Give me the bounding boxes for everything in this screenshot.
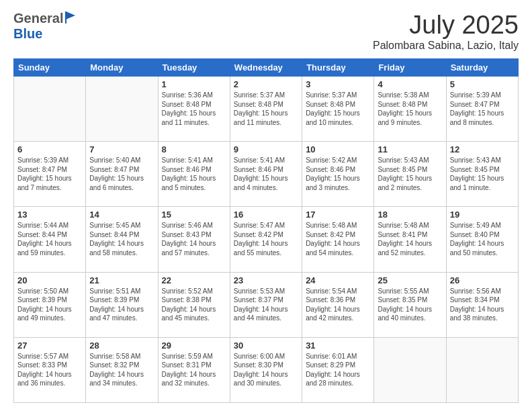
day-number: 4 [378,79,442,89]
day-number: 5 [450,79,515,89]
calendar-cell: 13Sunrise: 5:44 AM Sunset: 8:44 PM Dayli… [14,207,86,272]
calendar-cell: 25Sunrise: 5:55 AM Sunset: 8:35 PM Dayli… [374,272,446,337]
day-info: Sunrise: 5:55 AM Sunset: 8:35 PM Dayligh… [378,287,442,323]
day-info: Sunrise: 5:58 AM Sunset: 8:32 PM Dayligh… [89,352,154,388]
calendar-cell: 17Sunrise: 5:48 AM Sunset: 8:42 PM Dayli… [302,207,374,272]
day-number: 23 [234,275,298,285]
logo: General Blue [13,11,77,42]
day-number: 19 [450,210,515,220]
day-info: Sunrise: 5:46 AM Sunset: 8:43 PM Dayligh… [162,221,226,257]
day-info: Sunrise: 5:50 AM Sunset: 8:39 PM Dayligh… [17,287,82,323]
day-info: Sunrise: 5:39 AM Sunset: 8:47 PM Dayligh… [450,91,515,127]
calendar-cell: 21Sunrise: 5:51 AM Sunset: 8:39 PM Dayli… [86,272,158,337]
header-saturday: Saturday [446,59,518,77]
calendar-week-5: 27Sunrise: 5:57 AM Sunset: 8:33 PM Dayli… [14,337,519,402]
day-number: 30 [234,340,298,351]
calendar-cell: 5Sunrise: 5:39 AM Sunset: 8:47 PM Daylig… [446,77,518,142]
calendar-cell: 2Sunrise: 5:37 AM Sunset: 8:48 PM Daylig… [230,77,302,142]
calendar-cell [86,77,158,142]
logo-general: General [13,11,63,26]
day-info: Sunrise: 5:37 AM Sunset: 8:48 PM Dayligh… [306,91,370,127]
day-info: Sunrise: 5:53 AM Sunset: 8:37 PM Dayligh… [234,287,298,323]
logo-blue: Blue [13,26,42,42]
day-number: 11 [378,144,442,154]
day-number: 2 [234,79,298,89]
day-info: Sunrise: 5:37 AM Sunset: 8:48 PM Dayligh… [234,91,298,127]
day-number: 20 [17,275,82,285]
day-number: 17 [306,210,370,220]
day-number: 14 [89,210,154,220]
day-info: Sunrise: 5:44 AM Sunset: 8:44 PM Dayligh… [17,221,82,257]
calendar-cell: 28Sunrise: 5:58 AM Sunset: 8:32 PM Dayli… [86,337,158,402]
calendar-week-1: 1Sunrise: 5:36 AM Sunset: 8:48 PM Daylig… [14,77,519,142]
calendar-week-2: 6Sunrise: 5:39 AM Sunset: 8:47 PM Daylig… [14,142,519,207]
calendar-cell: 22Sunrise: 5:52 AM Sunset: 8:38 PM Dayli… [158,272,230,337]
day-number: 24 [306,275,370,285]
page: General Blue July 2025 Palombara Sabina,… [0,0,532,411]
day-info: Sunrise: 5:54 AM Sunset: 8:36 PM Dayligh… [306,287,370,323]
day-number: 1 [162,79,226,89]
day-info: Sunrise: 5:36 AM Sunset: 8:48 PM Dayligh… [162,91,226,127]
day-info: Sunrise: 5:40 AM Sunset: 8:47 PM Dayligh… [89,156,154,192]
calendar-cell: 23Sunrise: 5:53 AM Sunset: 8:37 PM Dayli… [230,272,302,337]
day-info: Sunrise: 5:42 AM Sunset: 8:46 PM Dayligh… [306,156,370,192]
day-info: Sunrise: 5:51 AM Sunset: 8:39 PM Dayligh… [89,287,154,323]
day-number: 8 [162,144,226,154]
calendar-cell: 20Sunrise: 5:50 AM Sunset: 8:39 PM Dayli… [14,272,86,337]
day-info: Sunrise: 5:43 AM Sunset: 8:45 PM Dayligh… [450,156,515,192]
day-number: 28 [89,340,154,351]
calendar-cell: 26Sunrise: 5:56 AM Sunset: 8:34 PM Dayli… [446,272,518,337]
calendar-cell [446,337,518,402]
calendar-cell: 7Sunrise: 5:40 AM Sunset: 8:47 PM Daylig… [86,142,158,207]
day-number: 16 [234,210,298,220]
header: General Blue July 2025 Palombara Sabina,… [13,11,519,52]
day-number: 15 [162,210,226,220]
calendar-cell: 31Sunrise: 6:01 AM Sunset: 8:29 PM Dayli… [302,337,374,402]
day-number: 12 [450,144,515,154]
day-info: Sunrise: 5:59 AM Sunset: 8:31 PM Dayligh… [162,352,226,388]
header-thursday: Thursday [302,59,374,77]
day-number: 6 [17,144,82,154]
day-info: Sunrise: 6:01 AM Sunset: 8:29 PM Dayligh… [306,352,370,388]
day-number: 27 [17,340,82,351]
weekday-header-row: Sunday Monday Tuesday Wednesday Thursday… [14,59,519,77]
header-wednesday: Wednesday [230,59,302,77]
day-info: Sunrise: 5:48 AM Sunset: 8:42 PM Dayligh… [306,221,370,257]
month-title: July 2025 [373,11,519,40]
calendar-week-4: 20Sunrise: 5:50 AM Sunset: 8:39 PM Dayli… [14,272,519,337]
header-monday: Monday [86,59,158,77]
day-info: Sunrise: 5:49 AM Sunset: 8:40 PM Dayligh… [450,221,515,257]
day-info: Sunrise: 5:48 AM Sunset: 8:41 PM Dayligh… [378,221,442,257]
svg-marker-0 [66,11,75,19]
day-info: Sunrise: 6:00 AM Sunset: 8:30 PM Dayligh… [234,352,298,388]
day-info: Sunrise: 5:41 AM Sunset: 8:46 PM Dayligh… [234,156,298,192]
calendar-week-3: 13Sunrise: 5:44 AM Sunset: 8:44 PM Dayli… [14,207,519,272]
calendar-cell: 11Sunrise: 5:43 AM Sunset: 8:45 PM Dayli… [374,142,446,207]
day-number: 31 [306,340,370,351]
day-number: 3 [306,79,370,89]
calendar-cell [374,337,446,402]
calendar-cell: 19Sunrise: 5:49 AM Sunset: 8:40 PM Dayli… [446,207,518,272]
calendar-table: Sunday Monday Tuesday Wednesday Thursday… [13,58,519,403]
day-number: 18 [378,210,442,220]
header-tuesday: Tuesday [158,59,230,77]
day-number: 21 [89,275,154,285]
day-number: 29 [162,340,226,351]
day-info: Sunrise: 5:57 AM Sunset: 8:33 PM Dayligh… [17,352,82,388]
calendar-cell: 8Sunrise: 5:41 AM Sunset: 8:46 PM Daylig… [158,142,230,207]
calendar-cell: 9Sunrise: 5:41 AM Sunset: 8:46 PM Daylig… [230,142,302,207]
calendar-cell [14,77,86,142]
day-info: Sunrise: 5:38 AM Sunset: 8:48 PM Dayligh… [378,91,442,127]
day-info: Sunrise: 5:43 AM Sunset: 8:45 PM Dayligh… [378,156,442,192]
calendar-cell: 18Sunrise: 5:48 AM Sunset: 8:41 PM Dayli… [374,207,446,272]
day-number: 25 [378,275,442,285]
calendar-cell: 15Sunrise: 5:46 AM Sunset: 8:43 PM Dayli… [158,207,230,272]
calendar-cell: 30Sunrise: 6:00 AM Sunset: 8:30 PM Dayli… [230,337,302,402]
day-number: 7 [89,144,154,154]
day-info: Sunrise: 5:47 AM Sunset: 8:42 PM Dayligh… [234,221,298,257]
calendar-cell: 27Sunrise: 5:57 AM Sunset: 8:33 PM Dayli… [14,337,86,402]
day-info: Sunrise: 5:39 AM Sunset: 8:47 PM Dayligh… [17,156,82,192]
header-sunday: Sunday [14,59,86,77]
day-number: 13 [17,210,82,220]
calendar-cell: 10Sunrise: 5:42 AM Sunset: 8:46 PM Dayli… [302,142,374,207]
